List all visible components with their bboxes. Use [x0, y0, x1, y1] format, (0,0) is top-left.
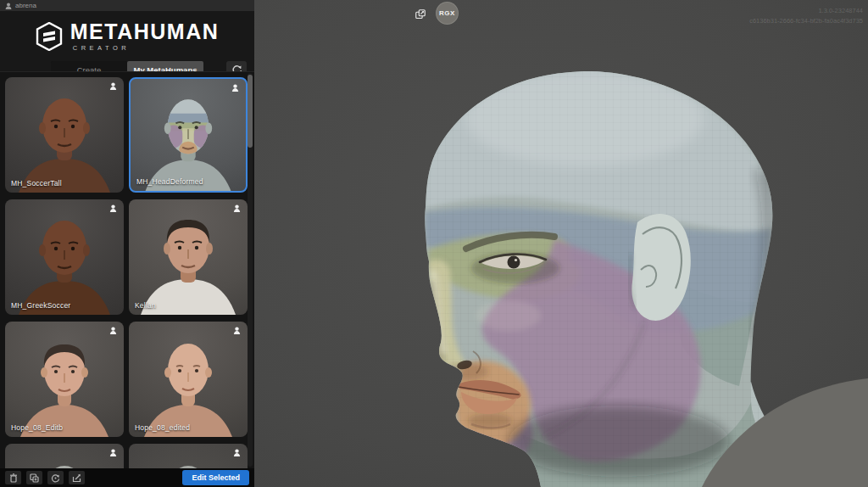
- metahuman-logo-icon: [36, 22, 63, 51]
- export-button[interactable]: [69, 471, 85, 484]
- body-badge-icon: [109, 82, 117, 90]
- card-label: Hope_08_edited: [135, 423, 190, 432]
- body-badge-icon: [233, 327, 241, 334]
- card-label: Kellan: [135, 301, 156, 310]
- username: abrena: [15, 2, 36, 9]
- thumbnail-render: [129, 444, 248, 468]
- app-subtitle: CREATOR: [73, 44, 220, 52]
- card-mh-headdeformed[interactable]: MH_HeadDeformed: [129, 77, 248, 193]
- viewport-3d[interactable]: RGX 1.3.0-23248744 c6136b31-2666-fc34-bf…: [254, 0, 868, 487]
- duplicate-icon: [30, 473, 39, 483]
- card-label: MH_HeadDeformed: [136, 177, 203, 186]
- app-title: METAHUMAN: [70, 21, 220, 42]
- thumbnail-render: [5, 199, 124, 315]
- duplicate-button[interactable]: [26, 471, 42, 484]
- scrollbar-thumb[interactable]: [248, 75, 253, 148]
- card-mh-soccertall[interactable]: MH_SoccerTall: [5, 77, 124, 193]
- card-kellan[interactable]: Kellan: [129, 199, 248, 315]
- edit-selected-button[interactable]: Edit Selected: [182, 470, 249, 485]
- metahuman-head-render: [254, 0, 868, 487]
- thumbnail-render: [131, 79, 246, 191]
- body-badge-icon: [233, 449, 241, 456]
- open-in-new-icon: [415, 6, 426, 23]
- card-label: MH_SoccerTall: [11, 179, 62, 188]
- rotate-button[interactable]: [47, 471, 64, 484]
- rotate-icon: [51, 473, 60, 483]
- thumbnail-render: [129, 199, 248, 315]
- app-logo: METAHUMAN CREATOR: [0, 11, 254, 54]
- export-icon: [72, 473, 81, 483]
- card-mh-greeksoccer[interactable]: MH_GreekSoccer: [5, 199, 124, 315]
- viewport-export-button[interactable]: [409, 3, 431, 25]
- card-hope-08-edited[interactable]: Hope_08_edited: [129, 322, 248, 437]
- card-partial-left[interactable]: [5, 444, 124, 468]
- sidebar: abrena METAHUMAN CREATOR Create My MetaH…: [0, 0, 254, 487]
- metahuman-gallery: MH_SoccerTall: [0, 71, 254, 468]
- gallery-toolbar: Edit Selected: [0, 468, 254, 487]
- card-label: MH_GreekSoccer: [11, 301, 70, 310]
- thumbnail-render: [5, 77, 124, 193]
- card-hope-08-editb[interactable]: Hope_08_Editb: [5, 322, 124, 437]
- card-partial-right[interactable]: [129, 444, 248, 468]
- body-badge-icon: [109, 204, 117, 212]
- body-badge-icon: [231, 84, 239, 92]
- card-label: Hope_08_Editb: [11, 423, 63, 432]
- body-badge-icon: [109, 327, 117, 334]
- thumbnail-render: [5, 322, 124, 437]
- thumbnail-render: [129, 322, 248, 437]
- user-menu[interactable]: abrena: [0, 0, 254, 11]
- rgx-button[interactable]: RGX: [436, 2, 459, 25]
- thumbnail-render: [5, 444, 124, 468]
- body-badge-icon: [109, 449, 117, 456]
- user-icon: [5, 3, 12, 9]
- delete-icon: [9, 473, 18, 483]
- delete-button[interactable]: [5, 471, 21, 484]
- body-badge-icon: [233, 204, 241, 212]
